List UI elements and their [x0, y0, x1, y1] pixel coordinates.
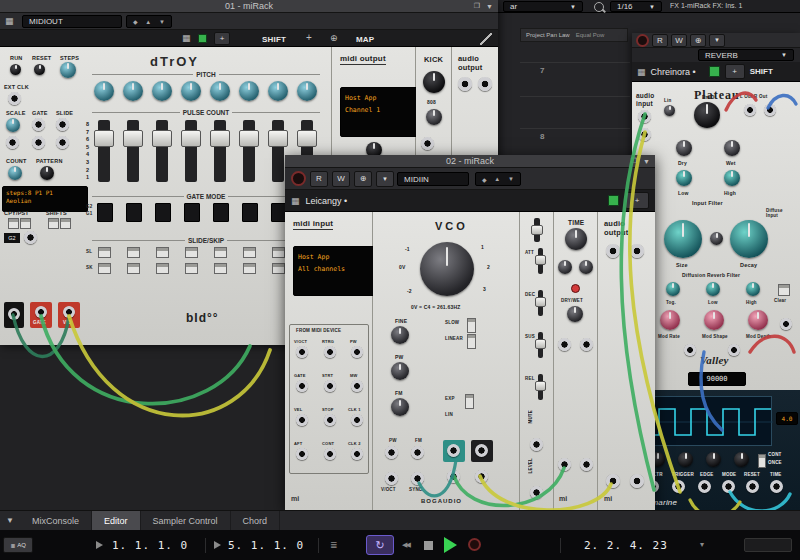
depth-cv-jack[interactable] [728, 344, 740, 356]
sine-out-jack[interactable] [475, 470, 488, 483]
steps-knob[interactable] [60, 62, 76, 78]
scope-knob-3[interactable] [706, 452, 721, 467]
slide-toggle-5[interactable] [214, 247, 227, 258]
slide-toggle-4[interactable] [185, 247, 198, 258]
sync-input-jack[interactable] [411, 472, 424, 485]
midiout-selector[interactable]: MIDIOUT [22, 15, 122, 28]
record-enable-icon[interactable] [291, 171, 306, 186]
mix-led-button[interactable] [571, 284, 580, 293]
secondary-position-display[interactable]: 2. 2. 4. 23 [584, 539, 668, 552]
top-fader[interactable] [534, 218, 540, 242]
pulse-slider-4[interactable] [185, 120, 197, 182]
pitch-knob-1[interactable] [94, 81, 114, 101]
pw-out-jack[interactable] [351, 346, 363, 358]
reverb-preset-dropdown[interactable]: REVERB ▼ [698, 49, 794, 61]
low-cut-knob[interactable] [676, 170, 692, 186]
pitch-knob-6[interactable] [239, 81, 259, 101]
window-menu-icon[interactable]: ▼ [643, 158, 650, 165]
ext-clk-jack[interactable] [8, 92, 21, 105]
linear-switch[interactable] [467, 334, 476, 349]
pulse-slider-1[interactable] [98, 120, 110, 182]
midiin-selector[interactable]: MIDIIN [397, 172, 469, 186]
shift-right-button[interactable] [60, 218, 71, 229]
vo-out-jack[interactable] [63, 306, 75, 318]
mix-out-jack[interactable] [580, 458, 593, 471]
reset-button[interactable] [34, 64, 45, 75]
slide-toggle-3[interactable] [156, 247, 169, 258]
skip-toggle-3[interactable] [156, 263, 169, 274]
audio-out-left-jack[interactable] [606, 244, 620, 258]
midi-output-display[interactable]: Host App Channel 1 [340, 87, 418, 137]
skip-toggle-7[interactable] [272, 263, 285, 274]
skip-toggle-2[interactable] [127, 263, 140, 274]
tab-editor[interactable]: Editor [92, 511, 141, 531]
bypass-button[interactable]: ⊕ [354, 171, 372, 187]
globe-icon[interactable]: ⊕ [330, 33, 338, 43]
wrench-icon[interactable] [480, 33, 492, 45]
trigger-jack[interactable] [672, 480, 685, 493]
patch-name[interactable]: Leicangy • [306, 196, 348, 206]
skip-toggle-5[interactable] [214, 263, 227, 274]
pw-input-jack[interactable] [385, 446, 398, 459]
arrow-up-icon[interactable]: ▲ [145, 19, 151, 25]
gate-mode-display-4[interactable] [184, 203, 200, 222]
audio-out-left-jack[interactable] [458, 77, 472, 91]
copy-button[interactable] [8, 218, 19, 229]
pulse-slider-6[interactable] [243, 120, 255, 182]
gate-mode-display-5[interactable] [213, 203, 229, 222]
write-button[interactable]: W [332, 171, 350, 187]
audio-in-right-jack[interactable] [630, 474, 644, 488]
arrow-up-icon[interactable]: ▲ [494, 176, 500, 182]
mute-jack[interactable] [530, 438, 543, 451]
locator-display[interactable]: 5. 1. 1. 0 [228, 539, 304, 552]
gate-out-jack[interactable] [35, 306, 47, 318]
bypass-button[interactable]: ⊕ [690, 34, 706, 47]
mod-rate-knob[interactable] [660, 310, 680, 330]
mix-knob-2[interactable] [579, 260, 593, 274]
rev-low-knob[interactable] [706, 282, 720, 296]
att-slider[interactable] [538, 248, 543, 274]
gate-mode-display-2[interactable] [126, 203, 142, 222]
scale-knob[interactable] [6, 118, 20, 132]
mod-shape-knob[interactable] [704, 310, 724, 330]
mode-jack[interactable] [722, 480, 735, 493]
cont-out-jack[interactable] [324, 448, 336, 460]
clk1-out-jack[interactable] [351, 414, 363, 426]
vel-out-jack[interactable] [296, 414, 308, 426]
plateau-in-left-jack[interactable] [638, 110, 651, 123]
count-knob[interactable] [8, 166, 22, 180]
cycle-button[interactable]: ↻ [366, 535, 394, 555]
slide-toggle-2[interactable] [127, 247, 140, 258]
pulse-slider-5[interactable] [214, 120, 226, 182]
drywet-knob[interactable] [567, 306, 583, 322]
pitch-knob-5[interactable] [210, 81, 230, 101]
slide-jack[interactable] [56, 118, 69, 131]
clear-button[interactable] [778, 284, 790, 296]
skip-toggle-6[interactable] [243, 263, 256, 274]
add-module-button[interactable]: + [625, 192, 649, 209]
pulse-slider-2[interactable] [127, 120, 139, 182]
read-button[interactable]: R [652, 34, 668, 47]
fm-input-jack[interactable] [411, 446, 424, 459]
add-module-button[interactable]: + [725, 64, 745, 79]
map-button[interactable]: MAP [356, 35, 374, 44]
edge-jack[interactable] [698, 480, 711, 493]
preset-menu-button[interactable]: ▼ [376, 171, 394, 187]
square-out-jack[interactable] [447, 444, 460, 457]
pan-law-header[interactable]: Project Pan Law Equal Pow [520, 28, 628, 42]
search-icon[interactable] [594, 2, 604, 12]
grid-icon[interactable]: ▦ [5, 16, 14, 26]
tab-chord[interactable]: Chord [231, 511, 281, 531]
move-icon[interactable]: + [306, 32, 312, 43]
pred-knob[interactable] [694, 102, 720, 128]
audio-in-left-jack[interactable] [606, 474, 620, 488]
level-jack[interactable] [530, 486, 543, 499]
pitch-knob-4[interactable] [181, 81, 201, 101]
stop-out-jack[interactable] [324, 414, 336, 426]
tri-out-jack[interactable] [447, 470, 460, 483]
position-display[interactable]: 1. 1. 1. 0 [112, 539, 188, 552]
record-button[interactable] [468, 538, 481, 551]
shift-button[interactable]: SHIFT [262, 35, 286, 44]
grid-icon[interactable]: ▦ [291, 196, 300, 206]
strt-out-jack[interactable] [324, 380, 336, 392]
